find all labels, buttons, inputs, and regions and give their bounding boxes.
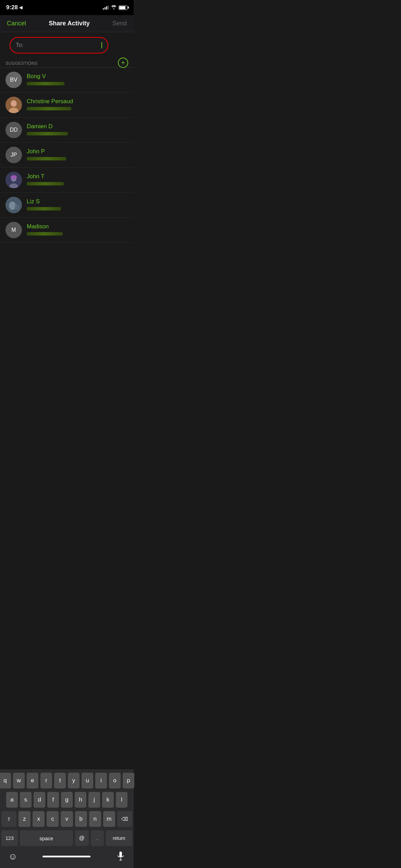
contact-item[interactable]: M Madison [0,218,134,243]
header: Cancel Share Activity Send [0,15,134,32]
contacts-list: BV Bong V Christine Persaud DD Damien D [0,68,134,243]
location-arrow-icon: ◀ [19,5,22,10]
avatar [5,97,22,113]
contact-item[interactable]: JP John P [0,143,134,168]
contact-item[interactable]: John T [0,168,134,193]
contact-info: John T [27,173,128,187]
to-label: To: [16,42,24,49]
contact-photo [5,97,22,113]
contact-info: John P [27,148,128,162]
avatar: JP [5,147,22,163]
contact-photo [5,197,22,213]
contact-detail [27,182,64,185]
contact-detail [27,107,71,110]
contact-name: Madison [27,223,128,230]
avatar [5,172,22,188]
contact-info: Bong V [27,73,128,87]
contact-info: Christine Persaud [27,98,128,112]
to-field[interactable]: To: [10,37,108,53]
contact-info: Liz S [27,198,128,212]
contact-detail [27,157,66,160]
contact-item[interactable]: Christine Persaud [0,93,134,118]
add-recipient-button[interactable]: + [118,58,128,68]
contact-item[interactable]: Liz S [0,193,134,218]
contact-name: Bong V [27,73,128,80]
contact-detail [27,232,63,236]
contact-detail [27,207,61,210]
suggestions-label: SUGGESTIONS [0,58,134,67]
contact-item[interactable]: DD Damien D [0,118,134,143]
wifi-icon [111,5,117,10]
svg-point-3 [11,101,16,106]
contact-detail [27,82,64,85]
cancel-button[interactable]: Cancel [7,20,26,27]
avatar: BV [5,72,22,88]
contact-info: Damien D [27,123,128,137]
avatar [5,197,22,213]
status-bar: 9:28 ◀ [0,0,134,15]
avatar: DD [5,122,22,138]
status-time: 9:28 ◀ [6,4,22,11]
avatar: M [5,222,22,238]
battery-icon [119,5,127,10]
contact-name: Christine Persaud [27,98,128,105]
contact-name: Liz S [27,198,128,205]
contact-name: John T [27,173,128,180]
svg-point-11 [15,204,20,210]
to-input[interactable] [26,42,101,49]
svg-point-10 [9,202,16,210]
page-title: Share Activity [49,20,89,27]
send-button[interactable]: Send [112,20,127,27]
status-icons [103,5,127,10]
signal-icon [103,5,109,10]
contact-detail [27,132,68,135]
contact-photo [5,172,22,188]
svg-point-7 [11,175,17,179]
contact-name: John P [27,148,128,155]
contact-name: Damien D [27,123,128,130]
contact-item[interactable]: BV Bong V [0,68,134,93]
contact-info: Madison [27,223,128,237]
